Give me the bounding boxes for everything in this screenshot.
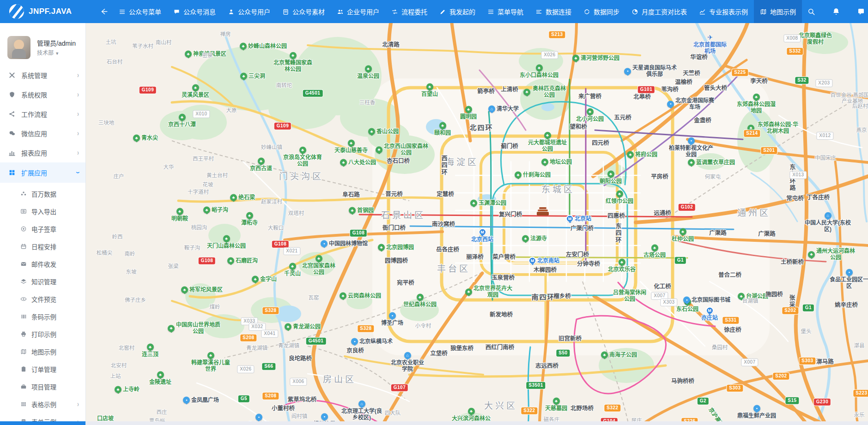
school-marker[interactable]: ⌂北京理工大学(良乡校区) (340, 401, 384, 421)
park-marker[interactable]: ♣世纪森林公园 (403, 294, 437, 308)
sidebar-item-4[interactable]: 报表应用› (0, 143, 85, 162)
park-marker[interactable]: ♣潭柘寺 (241, 212, 258, 227)
search-button[interactable] (802, 0, 820, 23)
park-marker[interactable]: ♣玉渊潭公园 (470, 200, 506, 207)
sidebar-subitem-4[interactable]: 邮件收发 (0, 255, 85, 273)
sidebar-item-5[interactable]: 扩展应用› (0, 162, 85, 183)
sidebar-subitem-7[interactable]: 条码示例 (0, 308, 85, 325)
park-marker[interactable]: ♣颐和园 (434, 122, 451, 137)
park-marker[interactable]: ♣青水尖 (133, 135, 158, 142)
sidebar-subitem-6[interactable]: 文件预览 (0, 290, 85, 308)
park-marker[interactable]: ♣北京欢乐谷 (608, 259, 636, 273)
park-marker[interactable]: ♣古塔公园 (643, 245, 666, 259)
brand[interactable]: JNPF.JAVA (0, 4, 86, 19)
sidebar-subitem-12[interactable]: 表格示例› (0, 395, 85, 413)
park-marker[interactable]: ♣什刹海公园 (515, 172, 551, 179)
school-marker[interactable]: ⌂北京农业职业学院 (391, 352, 424, 373)
park-marker[interactable]: ♣天门山森林公园 (207, 235, 246, 250)
sidebar-item-3[interactable]: 微信应用› (0, 124, 85, 143)
park-marker[interactable]: ♣云岗森林公园 (340, 293, 381, 299)
sidebar-subitem-5[interactable]: 知识管理 (0, 273, 85, 290)
poi-marker[interactable]: ▪金凤凰广场 (183, 397, 219, 404)
park-marker[interactable]: ♣清河营郊野公园 (572, 55, 619, 62)
park-marker[interactable]: ♣香山公园 (368, 128, 399, 135)
sidebar-item-2[interactable]: 工作流程› (0, 104, 85, 124)
park-marker[interactable]: ♣韩建翠溪谷儿童世界 (191, 352, 230, 373)
top-tab-6[interactable]: 我发起的 (433, 0, 481, 23)
park-marker[interactable]: ♣千灵山 (284, 263, 301, 277)
park-marker[interactable]: ♣杜仲公园 (672, 228, 694, 243)
park-marker[interactable]: ♣青龙湖公园 (285, 323, 321, 330)
park-marker[interactable]: ♣北京西山国家森林公园 (376, 144, 428, 156)
park-marker[interactable]: ♣北小河公园 (576, 108, 604, 123)
poi-marker[interactable]: ▪博圣广场 (381, 312, 403, 327)
park-marker[interactable]: ♣京浪岛文化体育公园 (283, 147, 322, 168)
sidebar-subitem-1[interactable]: 导入导出 (0, 203, 85, 220)
park-marker[interactable]: ♣圆明园 (460, 106, 477, 120)
park-marker[interactable]: ♣妙峰山森林公园 (240, 43, 287, 50)
sidebar-subitem-11[interactable]: 项目管理 (0, 378, 85, 395)
top-tab-8[interactable]: 数据连接 (529, 0, 577, 23)
top-tab-4[interactable]: 企业号用户 (331, 0, 385, 23)
park-marker[interactable]: ♣石磨匠沟 (227, 257, 258, 264)
sidebar-subitem-8[interactable]: 打印示例 (0, 325, 85, 343)
park-marker[interactable]: ♣天慈墓园 (545, 398, 567, 412)
school-marker[interactable]: ⌂清华大学 (488, 106, 519, 113)
park-marker[interactable]: ♣通州大运河森林公园 (808, 248, 855, 261)
park-marker[interactable]: ♣北京园博园 (378, 244, 414, 251)
sidebar-subitem-9[interactable]: 地图示例 (0, 343, 85, 360)
park-marker[interactable]: ♣东郊森林公园湿地园 (737, 94, 776, 114)
poi-marker[interactable]: ▪天星调良国际马术俱乐部 (624, 65, 677, 78)
poi-marker[interactable]: ▪食品工业园区一区 (830, 269, 868, 290)
poi-marker[interactable]: ▪北京金港国际赛车场 (667, 98, 714, 111)
sidebar-item-1[interactable]: 系统权限› (0, 85, 85, 104)
park-marker[interactable]: ♣东小口森林公园 (520, 65, 558, 79)
park-marker[interactable]: ♣将府公园 (627, 151, 657, 158)
department-dropdown[interactable]: 技术部 ▼ (37, 48, 76, 56)
poi-marker[interactable]: ▪鼎福生鲜产业园 (737, 405, 776, 419)
station-marker[interactable]: M北京西站 (471, 229, 493, 243)
top-tab-12[interactable]: 地图示例 (754, 0, 802, 23)
sidebar-subitem-10[interactable]: 订单管理 (0, 360, 85, 378)
park-marker[interactable]: ♣法源寺 (522, 235, 547, 242)
park-marker[interactable]: ♣天泰山慈善寺 (334, 140, 368, 154)
park-marker[interactable]: ♣温泉公园 (357, 66, 379, 80)
park-marker[interactable]: ♣上寺岭 (115, 386, 140, 393)
park-marker[interactable]: ♣元大都城垣遗址公园 (528, 132, 567, 153)
top-tab-7[interactable]: 菜单导航 (481, 0, 529, 23)
poi-marker[interactable]: ▪中国园林博物馆 (321, 240, 368, 247)
top-tab-2[interactable]: 公众号用户 (222, 0, 276, 23)
map-canvas[interactable]: ♣妙峰山森林公园♣神泉峡风景区♣清河营郊野公园♣三尖洞♣奥林匹克森林公园♣香山公… (86, 23, 868, 425)
park-marker[interactable]: ♣中国房山世界地质公园 (168, 322, 220, 335)
station-marker[interactable]: M亦庄站 (701, 307, 718, 322)
school-marker[interactable]: ⌂中国人民大学(东校区) (805, 212, 851, 233)
top-tab-3[interactable]: 公众号素材 (276, 0, 331, 23)
park-marker[interactable]: ♣南海子公园 (601, 352, 637, 359)
avatar[interactable] (7, 36, 30, 59)
park-marker[interactable]: ♣峪子沟 (203, 207, 228, 214)
top-tab-9[interactable]: 数据同步 (577, 0, 625, 23)
park-marker[interactable]: ♣八大处公园 (340, 159, 376, 166)
park-marker[interactable]: ♣三尖洞 (240, 73, 265, 80)
back-button[interactable] (86, 0, 113, 23)
park-marker[interactable]: ♣京西十八潭 (168, 114, 196, 128)
comment-button[interactable] (852, 0, 868, 23)
top-tab-5[interactable]: 流程委托 (385, 0, 433, 23)
top-tab-11[interactable]: 专业报表示例 (693, 0, 754, 23)
park-marker[interactable]: ♣北京世界花卉大观园 (465, 286, 512, 299)
park-marker[interactable]: ♣蓝调薰衣草庄园 (688, 159, 735, 166)
top-tab-1[interactable]: 公众号消息 (167, 0, 222, 23)
park-marker[interactable]: ♣灵溪风景区 (182, 84, 209, 99)
park-marker[interactable]: ♣金字山 (252, 276, 277, 283)
park-marker[interactable]: ♣奥林匹克森林公园 (523, 86, 567, 99)
poi-marker[interactable]: ▪北京国际图书城 (683, 297, 730, 304)
sidebar-subitem-0[interactable]: 百万数据 (0, 185, 85, 203)
park-marker[interactable]: ♣京西古道 (250, 158, 272, 172)
station-marker[interactable]: M北京站 (566, 215, 591, 222)
park-marker[interactable]: ♣金陵遗址 (149, 371, 171, 386)
park-marker[interactable]: ♣首钢园 (349, 207, 374, 214)
park-marker[interactable]: ♣地坛公园 (541, 159, 572, 166)
station-marker[interactable]: M北京南站 (529, 257, 559, 264)
poi-marker[interactable]: ▪北京纵横马术 (351, 338, 393, 345)
park-marker[interactable]: ♣红领巾公园 (606, 191, 633, 205)
